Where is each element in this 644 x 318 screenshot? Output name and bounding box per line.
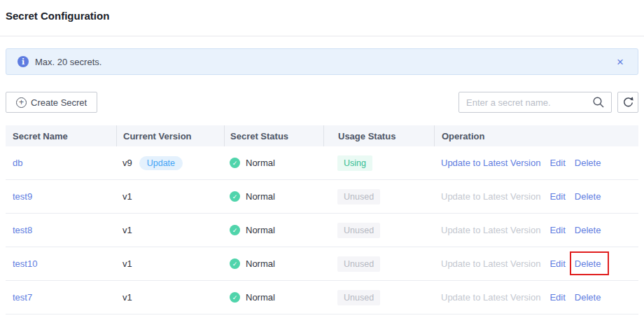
update-to-latest-link: Update to Latest Version bbox=[441, 225, 540, 235]
update-to-latest-link: Update to Latest Version bbox=[441, 258, 540, 269]
create-secret-label: Create Secret bbox=[31, 97, 87, 108]
version-text: v1 bbox=[122, 292, 132, 303]
edit-link[interactable]: Edit bbox=[550, 258, 565, 269]
table-row: test10 v1 ✓ Normal Unused Update to Late… bbox=[6, 247, 638, 281]
secret-name-link[interactable]: db bbox=[13, 158, 22, 168]
version-text: v1 bbox=[122, 191, 132, 202]
column-header-usage-status: Usage Status bbox=[323, 125, 434, 146]
edit-link[interactable]: Edit bbox=[550, 225, 565, 235]
update-to-latest-link: Update to Latest Version bbox=[441, 191, 540, 202]
refresh-button[interactable] bbox=[617, 92, 638, 113]
check-circle-icon: ✓ bbox=[230, 292, 240, 303]
table-row: test7 v1 ✓ Normal Unused Update to Lates… bbox=[6, 281, 638, 314]
search-box bbox=[458, 92, 612, 113]
usage-status-badge: Unused bbox=[337, 189, 380, 205]
usage-status-badge: Using bbox=[337, 155, 372, 171]
secret-name-link[interactable]: test8 bbox=[13, 225, 32, 235]
check-circle-icon: ✓ bbox=[230, 191, 240, 202]
edit-link[interactable]: Edit bbox=[550, 292, 565, 303]
version-text: v1 bbox=[122, 258, 132, 269]
search-icon[interactable] bbox=[592, 96, 605, 109]
delete-link[interactable]: Delete bbox=[575, 158, 601, 168]
secrets-table: Secret Name Current Version Secret Statu… bbox=[6, 125, 638, 314]
delete-link[interactable]: Delete bbox=[575, 191, 601, 202]
usage-status-badge: Unused bbox=[337, 223, 380, 238]
version-text: v1 bbox=[122, 225, 132, 235]
status-text: Normal bbox=[246, 258, 275, 269]
status-text: Normal bbox=[246, 292, 275, 303]
delete-link[interactable]: Delete bbox=[575, 258, 601, 269]
table-row: db v9 Update ✓ Normal Using Update to La… bbox=[6, 146, 638, 180]
info-icon: i bbox=[18, 56, 29, 67]
banner-text: Max. 20 secrets. bbox=[35, 57, 102, 67]
column-header-operation: Operation bbox=[434, 125, 631, 146]
check-circle-icon: ✓ bbox=[230, 225, 240, 235]
table-header: Secret Name Current Version Secret Statu… bbox=[6, 125, 638, 146]
update-to-latest-link: Update to Latest Version bbox=[441, 292, 540, 303]
title-divider bbox=[0, 36, 644, 36]
edit-link[interactable]: Edit bbox=[550, 158, 565, 168]
column-header-secret-name: Secret Name bbox=[6, 125, 116, 146]
usage-status-badge: Unused bbox=[337, 256, 380, 272]
status-text: Normal bbox=[246, 225, 275, 235]
secret-name-link[interactable]: test7 bbox=[13, 292, 32, 303]
toolbar-right bbox=[458, 92, 638, 113]
usage-status-badge: Unused bbox=[337, 290, 380, 305]
edit-link[interactable]: Edit bbox=[550, 191, 565, 202]
check-circle-icon: ✓ bbox=[230, 158, 240, 168]
info-banner: i Max. 20 secrets. × bbox=[6, 48, 638, 75]
secret-name-link[interactable]: test10 bbox=[13, 258, 37, 269]
delete-link[interactable]: Delete bbox=[575, 225, 601, 235]
update-badge[interactable]: Update bbox=[139, 156, 183, 170]
delete-link[interactable]: Delete bbox=[575, 292, 601, 303]
table-row: test9 v1 ✓ Normal Unused Update to Lates… bbox=[6, 180, 638, 214]
refresh-icon bbox=[622, 97, 634, 109]
search-input[interactable] bbox=[458, 92, 612, 113]
secret-name-link[interactable]: test9 bbox=[13, 191, 32, 202]
check-circle-icon: ✓ bbox=[230, 258, 240, 269]
plus-circle-icon: + bbox=[16, 97, 27, 108]
version-text: v9 bbox=[122, 158, 132, 168]
create-secret-button[interactable]: + Create Secret bbox=[6, 92, 97, 113]
close-icon[interactable]: × bbox=[614, 55, 626, 69]
update-to-latest-link[interactable]: Update to Latest Version bbox=[441, 158, 540, 168]
table-row: test8 v1 ✓ Normal Unused Update to Lates… bbox=[6, 214, 638, 247]
column-header-current-version: Current Version bbox=[116, 125, 224, 146]
column-header-secret-status: Secret Status bbox=[224, 125, 323, 146]
toolbar: + Create Secret bbox=[6, 92, 638, 113]
status-text: Normal bbox=[246, 158, 275, 168]
status-text: Normal bbox=[246, 191, 275, 202]
annotation-red-box: Delete bbox=[575, 258, 601, 269]
page-title: Secret Configuration bbox=[6, 10, 638, 22]
